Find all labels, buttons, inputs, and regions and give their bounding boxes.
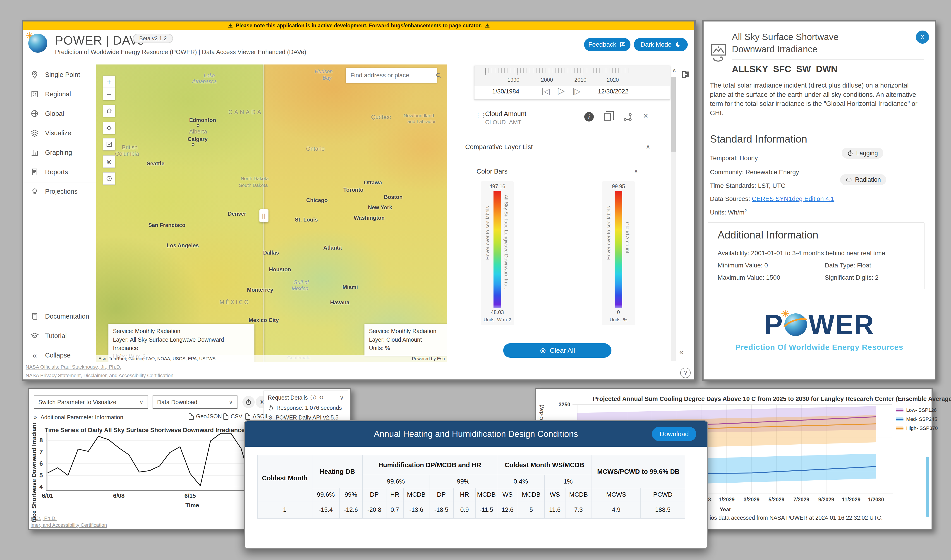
table-data-cell: 188.5 (641, 501, 685, 518)
play-button[interactable]: ▷ (558, 85, 565, 96)
csv-button[interactable]: CSV (223, 413, 242, 420)
colorbar-gradient[interactable] (493, 191, 501, 308)
nasa-officials-link[interactable]: NASA Officials: Paul Stackhouse, Jr., Ph… (26, 364, 121, 370)
table-header-cell: Humidification DP/MCDB and HR (362, 455, 497, 475)
step-back-button[interactable]: ◁ (543, 87, 550, 96)
svg-text:6: 6 (39, 460, 43, 467)
clear-all-button[interactable]: ⊗ Clear All (503, 343, 612, 358)
sidebar-item-documentation[interactable]: Documentation (23, 308, 96, 324)
layer-drag-handle[interactable]: ⋮⋮ (475, 112, 486, 119)
time-history-button[interactable] (103, 172, 115, 185)
sidebar-item-single-point[interactable]: Single Point (23, 67, 96, 83)
sidebar-item-reports[interactable]: Reports (23, 164, 96, 180)
sidebar-item-visualize[interactable]: Visualize (23, 125, 96, 141)
data-source-link[interactable]: CERES SYN1deg Edition 4.1 (752, 195, 834, 202)
parameter-select-value: Switch Parameter to Visualize (38, 398, 116, 406)
zoom-in-button[interactable]: + (103, 75, 115, 88)
sidebar-item-tutorial[interactable]: Tutorial (23, 328, 96, 344)
sidebar-label: Reports (45, 168, 68, 176)
step-forward-button[interactable]: ▷ (573, 87, 580, 96)
layer-duplicate-button[interactable] (604, 113, 611, 121)
map-label: British (122, 144, 137, 151)
sidebar-item-collapse[interactable]: « Collapse (23, 347, 96, 363)
map-label: Hudson (314, 69, 333, 75)
dark-mode-button[interactable]: Dark Mode (634, 38, 688, 51)
feedback-button[interactable]: Feedback (584, 38, 630, 51)
sidebar-item-projections[interactable]: Projections (23, 183, 96, 199)
dialog-header: Annual Heating and Humidification Design… (245, 421, 707, 447)
sketch-icon (106, 141, 113, 148)
search-button[interactable] (435, 68, 442, 83)
sidebar-item-regional[interactable]: Regional (23, 86, 96, 102)
colorbar-gradient[interactable] (615, 191, 622, 308)
scrollbar-thumb[interactable] (671, 77, 676, 152)
map-label: Atlanta (323, 245, 342, 251)
geojson-button[interactable]: GeoJSON (189, 413, 222, 420)
svg-text:6/01: 6/01 (42, 492, 54, 499)
panel-scrollbar[interactable] (671, 77, 676, 361)
swipe-handle[interactable]: || (259, 209, 268, 222)
colorbar-hover-hint: Hover over to see labels (485, 206, 490, 260)
privacy-link-fragment[interactable]: imer, and Accessibility Certification (31, 522, 107, 528)
moon-icon (675, 42, 681, 48)
data-download-select[interactable]: Data Download ∨ (153, 395, 237, 409)
info-circle-icon[interactable]: ⓘ (310, 394, 316, 402)
sidebar-item-global[interactable]: Global (23, 106, 96, 122)
legend-item: Low- SSP126 (896, 407, 938, 413)
powered-by-esri: Powered by Esri (412, 356, 445, 362)
sketch-button[interactable] (103, 138, 115, 151)
collapse-rail-icon[interactable]: « (679, 347, 684, 356)
warning-icon: ⚠ (228, 23, 233, 29)
refresh-icon[interactable]: ↻ (319, 394, 324, 401)
cdd-scrollbar[interactable] (926, 457, 929, 517)
colorbar-layer-label: Cloud Amount (624, 222, 630, 253)
legend-swatch (896, 426, 903, 430)
clear-all-label: Clear All (550, 347, 575, 354)
search-input[interactable] (346, 72, 435, 79)
layer-remove-button[interactable]: × (643, 111, 648, 121)
banner-text: Please note this application is in activ… (236, 23, 482, 29)
ascii-button[interactable]: ASCII (245, 413, 267, 420)
table-header-cell: PCWD (641, 488, 685, 501)
map-label: San Francisco (148, 222, 185, 228)
map-label: Québec (371, 114, 391, 120)
sidebar-label: Tutorial (45, 332, 67, 340)
additional-parameter-toggle[interactable]: » Additional Parameter Information (34, 414, 123, 421)
colorbars-collapse-icon[interactable]: ∧ (634, 168, 638, 175)
chevron-down-icon[interactable]: ∨ (339, 394, 344, 401)
layer-structure-button[interactable] (623, 112, 633, 123)
layer-line: Layer: All Sky Surface Longwave Downward… (113, 335, 250, 352)
zoom-out-button[interactable]: − (103, 88, 115, 100)
help-button[interactable]: ? (680, 368, 691, 378)
panel-expand-button[interactable] (681, 69, 691, 80)
additional-parameter-label: Additional Parameter Information (40, 414, 123, 421)
clear-selection-button[interactable]: ⊗ (103, 155, 115, 168)
design-conditions-dialog: Annual Heating and Humidification Design… (244, 420, 708, 549)
colorbar-units: Units: % (602, 317, 635, 322)
colorbar-longwave: 497.16 Hover over to see labels All Sky … (481, 181, 514, 325)
circle-x-icon: ⊗ (106, 158, 112, 166)
csv-label: CSV (231, 413, 242, 420)
layer-info-button[interactable]: i (584, 112, 594, 122)
home-button[interactable] (103, 105, 115, 117)
download-button[interactable]: Download (652, 427, 696, 441)
layer-code: CLOUD_AMT (485, 119, 521, 126)
svg-text:6/15: 6/15 (185, 492, 196, 499)
officials-link-fragment[interactable]: e, Jr., Ph.D. (31, 515, 57, 521)
sidebar-label: Visualize (45, 129, 71, 137)
scroll-up-icon[interactable]: ∧ (672, 67, 677, 74)
colorbar-hover-hint: Hover over to see labels (606, 206, 612, 260)
sidebar-item-graphing[interactable]: Graphing (23, 145, 96, 160)
svg-text:3/2029: 3/2029 (744, 497, 760, 503)
parameter-select[interactable]: Switch Parameter to Visualize ∨ (34, 395, 148, 409)
comparative-collapse-icon[interactable]: ∧ (646, 143, 650, 150)
units-label: Units: Wh/m (710, 209, 744, 216)
layer-title: Cloud Amount (485, 110, 526, 118)
nasa-privacy-link[interactable]: NASA Privacy Statement, Disclaimer, and … (26, 373, 173, 378)
grad-cap-icon (30, 331, 39, 340)
time-button[interactable] (242, 396, 255, 408)
close-panel-button[interactable]: X (916, 31, 929, 44)
locate-button[interactable] (103, 122, 115, 134)
map-canvas[interactable]: HudsonBayLakeAthabascaAlbertaBritishColu… (96, 65, 447, 362)
geojson-label: GeoJSON (196, 413, 222, 420)
